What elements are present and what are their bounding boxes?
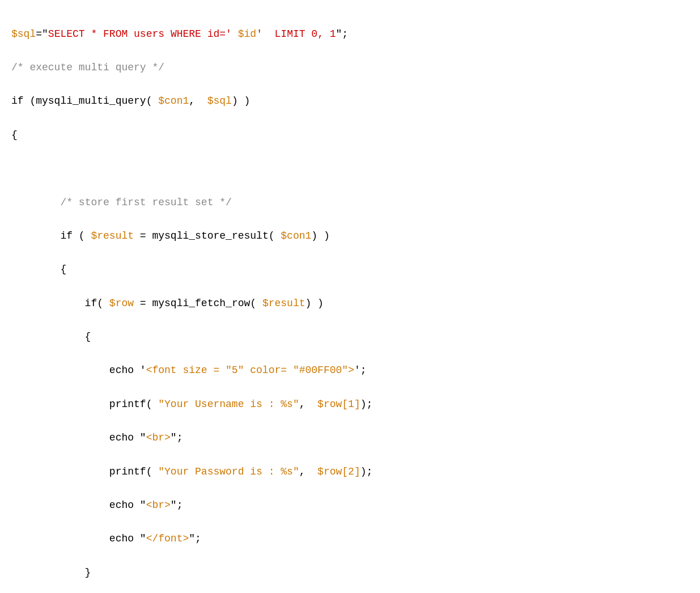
code-line-4: {: [11, 127, 689, 144]
code-line-14: echo "<br>";: [11, 430, 689, 447]
code-line-7: /* store first result set */: [11, 194, 689, 211]
code-line-13: printf( "Your Username is : %s", $row[1]…: [11, 396, 689, 413]
code-line-16: echo "<br>";: [11, 497, 689, 514]
code-line-15: printf( "Your Password is : %s", $row[2]…: [11, 464, 689, 481]
code-line-2: /* execute multi query */: [11, 60, 689, 77]
code-line-17: echo "</font>";: [11, 531, 689, 548]
code-line-18: }: [11, 565, 689, 582]
code-line-8: if ( $result = mysqli_store_result( $con…: [11, 228, 689, 245]
var-sql: $sql: [11, 28, 36, 40]
code-line-10: if( $row = mysqli_fetch_row( $result) ): [11, 295, 689, 312]
code-line-12: echo '<font size = "5" color= "#00FF00">…: [11, 362, 689, 379]
code-line-1: $sql="SELECT * FROM users WHERE id=' $id…: [11, 26, 689, 43]
code-line-11: {: [11, 329, 689, 346]
code-editor: $sql="SELECT * FROM users WHERE id=' $id…: [0, 0, 700, 593]
code-line-9: {: [11, 261, 689, 278]
code-line-3: if (mysqli_multi_query( $con1, $sql) ): [11, 93, 689, 110]
